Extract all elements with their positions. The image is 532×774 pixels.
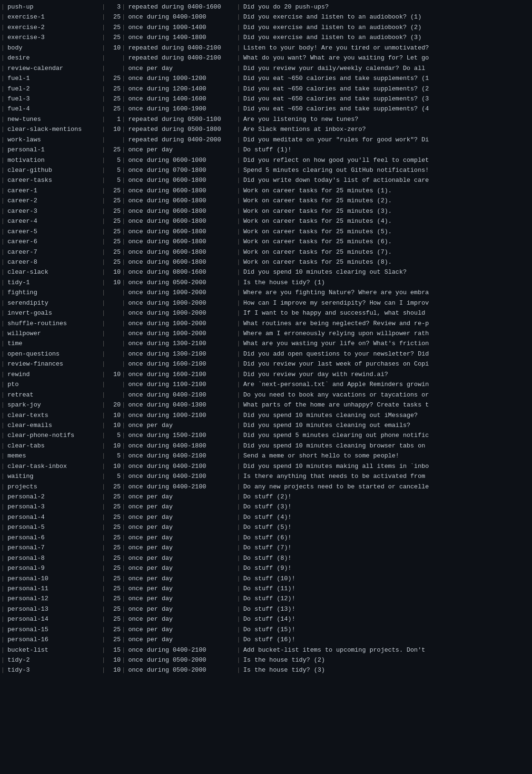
pipe-1: | [101,441,107,451]
row-schedule: once per day [126,614,236,624]
row-name: personal-7 [6,543,101,553]
pipe-left: | [0,278,6,288]
pipe-1: | [101,63,107,73]
table-row: | personal-12 |25 | once per day | Do st… [0,594,532,604]
pipe-left: | [0,400,6,410]
pipe-1: | [101,482,107,492]
row-num: 25 [107,635,121,645]
row-desc: Did you exercise and listen to an audiob… [241,12,532,22]
row-num: 10 [107,124,121,134]
pipe-left: | [0,328,6,338]
row-num: 20 [107,400,121,410]
row-num: 25 [107,186,121,196]
pipe-1: | [101,390,107,400]
pipe-1: | [101,574,107,584]
pipe-2: | [121,512,127,522]
table-row: | serendipity | | once during 1000-2000 … [0,298,532,308]
pipe-2: | [121,104,127,114]
row-name: clear-emails [6,420,101,430]
pipe-3: | [236,492,241,502]
row-num: 25 [107,94,121,104]
pipe-left: | [0,12,6,22]
pipe-left: | [0,247,6,257]
table-row: | personal-9 |25 | once per day | Do stu… [0,563,532,573]
pipe-1: | [101,553,107,563]
pipe-3: | [236,278,241,288]
row-desc: Is the house tidy? (1) [241,278,532,288]
row-desc: What parts of the home are unhappy? Crea… [241,400,532,410]
row-desc: Did you spend 10 minutes making all item… [241,461,532,471]
row-num: 25 [107,22,121,32]
row-desc: Are `next-personal.txt` and Apple Remind… [241,379,532,389]
row-schedule: once per day [126,502,236,512]
pipe-2: | [121,12,127,22]
pipe-2: | [121,145,127,155]
pipe-1: | [101,328,107,338]
table-row: | exercise-3 |25 | once during 1400-1800… [0,32,532,42]
pipe-2: | [121,645,127,655]
pipe-3: | [236,461,241,471]
pipe-1: | [101,2,107,12]
row-num: 25 [107,237,121,247]
row-name: personal-12 [6,594,101,604]
pipe-1: | [101,410,107,420]
pipe-left: | [0,553,6,563]
row-desc: Do stuff (3)! [241,502,532,512]
table-row: | review-finances | | once during 1600-2… [0,359,532,369]
table-row: | memes |5 | once during 0400-2100 | Sen… [0,451,532,461]
row-desc: Do stuff (13)! [241,604,532,614]
pipe-3: | [236,186,241,196]
row-desc: If I want to be happy and successful, wh… [241,308,532,318]
row-desc: Work on career tasks for 25 minutes (5). [241,227,532,237]
row-num: 25 [107,227,121,237]
pipe-left: | [0,471,6,481]
row-schedule: once during 1000-2000 [126,298,236,308]
row-desc: Work on career tasks for 25 minutes (8). [241,257,532,267]
row-name: tidy-1 [6,278,101,288]
row-desc: Work on career tasks for 25 minutes (1). [241,186,532,196]
table-row: | review-calendar | | once per day | Did… [0,63,532,73]
row-num: 25 [107,533,121,543]
row-schedule: once during 1400-1800 [126,32,236,42]
pipe-1: | [101,237,107,247]
pipe-3: | [236,84,241,94]
pipe-3: | [236,227,241,237]
pipe-left: | [0,32,6,42]
row-desc: Where are you fighting Nature? Where are… [241,288,532,298]
row-name: career-1 [6,186,101,196]
pipe-left: | [0,63,6,73]
row-name: review-finances [6,359,101,369]
row-num: 10 [107,369,121,379]
pipe-2: | [121,165,127,175]
pipe-1: | [101,278,107,288]
table-row: | clear-github |5 | once during 0700-180… [0,165,532,175]
pipe-1: | [101,43,107,53]
pipe-left: | [0,492,6,502]
pipe-3: | [236,206,241,216]
row-schedule: once per day [126,145,236,155]
pipe-3: | [236,369,241,379]
row-schedule: once during 0600-1800 [126,227,236,237]
pipe-2: | [121,32,127,42]
row-num: 10 [107,420,121,430]
row-schedule: once during 0400-1000 [126,12,236,22]
pipe-2: | [121,227,127,237]
row-name: clear-task-inbox [6,461,101,471]
row-desc: Work on career tasks for 25 minutes (6). [241,237,532,247]
pipe-2: | [121,288,127,298]
pipe-2: | [121,186,127,196]
row-desc: Did you spend 10 minutes clearing out Sl… [241,267,532,277]
pipe-3: | [236,237,241,247]
pipe-1: | [101,267,107,277]
pipe-3: | [236,155,241,165]
table-row: | personal-7 |25 | once per day | Do stu… [0,543,532,553]
row-num: 5 [107,430,121,440]
row-num: 25 [107,625,121,635]
pipe-3: | [236,635,241,645]
pipe-left: | [0,165,6,175]
table-row: | retreat | | once during 0400-2100 | Do… [0,390,532,400]
pipe-left: | [0,574,6,584]
row-schedule: once during 1400-1600 [126,94,236,104]
row-desc: Is the house tidy? (3) [241,665,532,675]
table-row: | clear-slack |10 | once during 0800-160… [0,267,532,277]
